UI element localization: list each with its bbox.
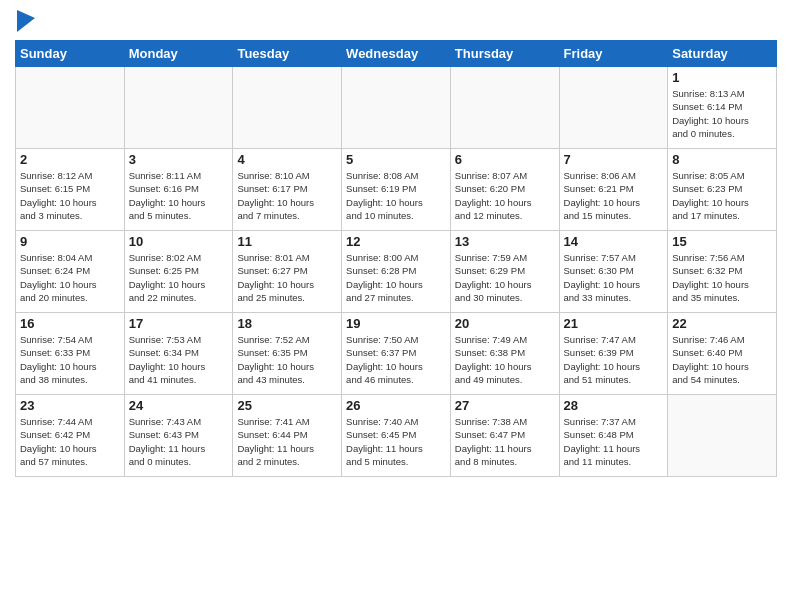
calendar-week-row: 16Sunrise: 7:54 AM Sunset: 6:33 PM Dayli… [16,313,777,395]
day-number: 19 [346,316,446,331]
calendar-day-cell [16,67,125,149]
day-number: 17 [129,316,229,331]
day-info: Sunrise: 7:41 AM Sunset: 6:44 PM Dayligh… [237,415,337,468]
svg-marker-0 [17,10,35,32]
calendar-day-cell [233,67,342,149]
day-number: 23 [20,398,120,413]
day-info: Sunrise: 8:00 AM Sunset: 6:28 PM Dayligh… [346,251,446,304]
calendar-day-cell: 8Sunrise: 8:05 AM Sunset: 6:23 PM Daylig… [668,149,777,231]
day-info: Sunrise: 7:59 AM Sunset: 6:29 PM Dayligh… [455,251,555,304]
day-info: Sunrise: 8:10 AM Sunset: 6:17 PM Dayligh… [237,169,337,222]
calendar-day-cell: 5Sunrise: 8:08 AM Sunset: 6:19 PM Daylig… [342,149,451,231]
calendar-week-row: 23Sunrise: 7:44 AM Sunset: 6:42 PM Dayli… [16,395,777,477]
calendar-day-cell: 26Sunrise: 7:40 AM Sunset: 6:45 PM Dayli… [342,395,451,477]
calendar-day-cell: 1Sunrise: 8:13 AM Sunset: 6:14 PM Daylig… [668,67,777,149]
calendar-day-cell: 14Sunrise: 7:57 AM Sunset: 6:30 PM Dayli… [559,231,668,313]
day-info: Sunrise: 7:57 AM Sunset: 6:30 PM Dayligh… [564,251,664,304]
day-info: Sunrise: 7:37 AM Sunset: 6:48 PM Dayligh… [564,415,664,468]
day-number: 12 [346,234,446,249]
day-info: Sunrise: 7:52 AM Sunset: 6:35 PM Dayligh… [237,333,337,386]
calendar-day-cell: 20Sunrise: 7:49 AM Sunset: 6:38 PM Dayli… [450,313,559,395]
day-info: Sunrise: 8:02 AM Sunset: 6:25 PM Dayligh… [129,251,229,304]
day-info: Sunrise: 7:46 AM Sunset: 6:40 PM Dayligh… [672,333,772,386]
calendar-week-row: 2Sunrise: 8:12 AM Sunset: 6:15 PM Daylig… [16,149,777,231]
day-number: 7 [564,152,664,167]
calendar-table: SundayMondayTuesdayWednesdayThursdayFrid… [15,40,777,477]
day-number: 3 [129,152,229,167]
day-info: Sunrise: 8:08 AM Sunset: 6:19 PM Dayligh… [346,169,446,222]
day-info: Sunrise: 8:04 AM Sunset: 6:24 PM Dayligh… [20,251,120,304]
calendar-day-cell: 4Sunrise: 8:10 AM Sunset: 6:17 PM Daylig… [233,149,342,231]
calendar-day-cell: 17Sunrise: 7:53 AM Sunset: 6:34 PM Dayli… [124,313,233,395]
logo [15,10,35,32]
day-info: Sunrise: 7:43 AM Sunset: 6:43 PM Dayligh… [129,415,229,468]
logo-icon [17,10,35,32]
calendar-header-row: SundayMondayTuesdayWednesdayThursdayFrid… [16,41,777,67]
day-info: Sunrise: 8:01 AM Sunset: 6:27 PM Dayligh… [237,251,337,304]
day-number: 11 [237,234,337,249]
day-info: Sunrise: 8:07 AM Sunset: 6:20 PM Dayligh… [455,169,555,222]
day-info: Sunrise: 7:54 AM Sunset: 6:33 PM Dayligh… [20,333,120,386]
day-info: Sunrise: 7:49 AM Sunset: 6:38 PM Dayligh… [455,333,555,386]
calendar-day-cell: 21Sunrise: 7:47 AM Sunset: 6:39 PM Dayli… [559,313,668,395]
calendar-day-cell: 3Sunrise: 8:11 AM Sunset: 6:16 PM Daylig… [124,149,233,231]
calendar-day-header: Saturday [668,41,777,67]
day-number: 25 [237,398,337,413]
calendar-day-cell [450,67,559,149]
day-number: 18 [237,316,337,331]
day-number: 8 [672,152,772,167]
calendar-week-row: 1Sunrise: 8:13 AM Sunset: 6:14 PM Daylig… [16,67,777,149]
page-container: SundayMondayTuesdayWednesdayThursdayFrid… [0,0,792,482]
day-info: Sunrise: 7:56 AM Sunset: 6:32 PM Dayligh… [672,251,772,304]
day-info: Sunrise: 7:53 AM Sunset: 6:34 PM Dayligh… [129,333,229,386]
calendar-day-header: Tuesday [233,41,342,67]
day-info: Sunrise: 7:38 AM Sunset: 6:47 PM Dayligh… [455,415,555,468]
day-number: 24 [129,398,229,413]
calendar-day-cell: 22Sunrise: 7:46 AM Sunset: 6:40 PM Dayli… [668,313,777,395]
day-number: 16 [20,316,120,331]
day-info: Sunrise: 7:47 AM Sunset: 6:39 PM Dayligh… [564,333,664,386]
day-number: 2 [20,152,120,167]
calendar-day-cell [342,67,451,149]
calendar-day-cell: 12Sunrise: 8:00 AM Sunset: 6:28 PM Dayli… [342,231,451,313]
day-info: Sunrise: 7:50 AM Sunset: 6:37 PM Dayligh… [346,333,446,386]
calendar-day-cell: 24Sunrise: 7:43 AM Sunset: 6:43 PM Dayli… [124,395,233,477]
day-number: 1 [672,70,772,85]
day-number: 15 [672,234,772,249]
calendar-day-cell: 25Sunrise: 7:41 AM Sunset: 6:44 PM Dayli… [233,395,342,477]
day-info: Sunrise: 7:44 AM Sunset: 6:42 PM Dayligh… [20,415,120,468]
calendar-day-header: Thursday [450,41,559,67]
day-number: 6 [455,152,555,167]
calendar-day-header: Friday [559,41,668,67]
day-number: 22 [672,316,772,331]
calendar-day-cell: 11Sunrise: 8:01 AM Sunset: 6:27 PM Dayli… [233,231,342,313]
day-info: Sunrise: 8:05 AM Sunset: 6:23 PM Dayligh… [672,169,772,222]
calendar-day-cell: 15Sunrise: 7:56 AM Sunset: 6:32 PM Dayli… [668,231,777,313]
calendar-day-cell [668,395,777,477]
day-number: 28 [564,398,664,413]
day-number: 14 [564,234,664,249]
calendar-day-cell: 23Sunrise: 7:44 AM Sunset: 6:42 PM Dayli… [16,395,125,477]
calendar-day-cell: 6Sunrise: 8:07 AM Sunset: 6:20 PM Daylig… [450,149,559,231]
day-info: Sunrise: 7:40 AM Sunset: 6:45 PM Dayligh… [346,415,446,468]
day-number: 10 [129,234,229,249]
day-number: 20 [455,316,555,331]
day-number: 21 [564,316,664,331]
day-info: Sunrise: 8:12 AM Sunset: 6:15 PM Dayligh… [20,169,120,222]
calendar-day-cell [559,67,668,149]
header [15,10,777,32]
day-info: Sunrise: 8:11 AM Sunset: 6:16 PM Dayligh… [129,169,229,222]
calendar-day-cell: 18Sunrise: 7:52 AM Sunset: 6:35 PM Dayli… [233,313,342,395]
calendar-day-cell: 13Sunrise: 7:59 AM Sunset: 6:29 PM Dayli… [450,231,559,313]
calendar-day-cell [124,67,233,149]
day-number: 5 [346,152,446,167]
calendar-day-cell: 7Sunrise: 8:06 AM Sunset: 6:21 PM Daylig… [559,149,668,231]
day-number: 4 [237,152,337,167]
calendar-day-header: Sunday [16,41,125,67]
calendar-day-cell: 19Sunrise: 7:50 AM Sunset: 6:37 PM Dayli… [342,313,451,395]
calendar-day-header: Monday [124,41,233,67]
calendar-day-cell: 9Sunrise: 8:04 AM Sunset: 6:24 PM Daylig… [16,231,125,313]
calendar-week-row: 9Sunrise: 8:04 AM Sunset: 6:24 PM Daylig… [16,231,777,313]
calendar-day-header: Wednesday [342,41,451,67]
day-number: 9 [20,234,120,249]
